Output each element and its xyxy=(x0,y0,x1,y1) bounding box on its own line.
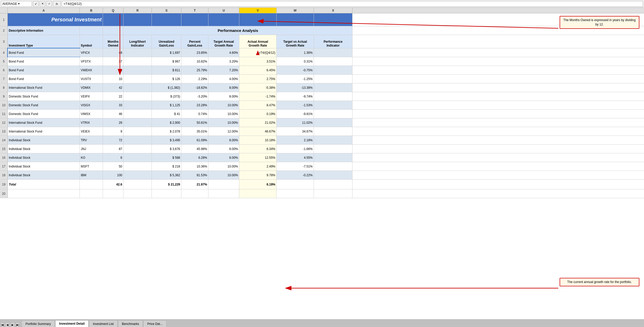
cell-X19[interactable] xyxy=(314,180,352,189)
cell-W18[interactable]: -0.22% xyxy=(277,171,314,179)
cell-V15[interactable]: 6.34% xyxy=(239,145,277,153)
cell-R10[interactable] xyxy=(123,101,152,109)
cell-R16[interactable] xyxy=(123,153,152,162)
cell-Q15[interactable]: 87 xyxy=(103,145,123,153)
cell[interactable] xyxy=(239,13,277,26)
cell-W8[interactable]: -13.38% xyxy=(277,83,314,92)
cell-V11[interactable]: 0.19% xyxy=(239,110,277,118)
cell-X18[interactable] xyxy=(314,171,352,179)
cell-T13[interactable]: 35.01% xyxy=(181,127,208,136)
cell-B11[interactable]: VIMSX xyxy=(80,110,103,118)
cell-A9[interactable]: Domestic Stock Fund xyxy=(8,92,80,101)
cell-V14[interactable]: 10.18% xyxy=(239,136,277,144)
cell-A4[interactable]: Bond Fund xyxy=(8,48,80,57)
cell-A14[interactable]: Individual Stock xyxy=(8,136,80,144)
cell-S7[interactable]: $ 126 xyxy=(152,75,181,83)
cell-U18[interactable]: 10.00% xyxy=(208,171,239,179)
cell-X11[interactable] xyxy=(314,110,352,118)
cancel-btn[interactable]: ✕ xyxy=(40,1,45,7)
cell-U13[interactable]: 12.00% xyxy=(208,127,239,136)
cell-U8[interactable]: 8.00% xyxy=(208,83,239,92)
cell-R14[interactable] xyxy=(123,136,152,144)
fx-btn[interactable]: fx xyxy=(53,1,61,7)
cell-R5[interactable] xyxy=(123,57,152,66)
cell-B19[interactable] xyxy=(80,180,103,189)
cell-T11[interactable]: 0.74% xyxy=(181,110,208,118)
cell-X5[interactable] xyxy=(314,57,352,66)
tab-last-btn[interactable]: ▶| xyxy=(15,322,20,327)
cell-B20[interactable] xyxy=(80,189,103,198)
formula-input[interactable]: =T4/(Q4/12) xyxy=(62,1,643,7)
cell-A7[interactable]: Bond Fund xyxy=(8,75,80,83)
cell-S16[interactable]: $ 588 xyxy=(152,153,181,162)
cell[interactable] xyxy=(277,13,314,26)
cell-S17[interactable]: $ 218 xyxy=(152,162,181,171)
cell-Q6[interactable]: 48 xyxy=(103,66,123,74)
cell-Q13[interactable]: 9 xyxy=(103,127,123,136)
cell-U17[interactable]: 10.00% xyxy=(208,162,239,171)
cell-A12[interactable]: International Stock Fund xyxy=(8,118,80,127)
cell[interactable] xyxy=(123,13,152,26)
cell-V8[interactable]: -5.38% xyxy=(239,83,277,92)
cell-T20[interactable] xyxy=(181,189,208,198)
cell[interactable] xyxy=(152,13,181,26)
cell-X13[interactable] xyxy=(314,127,352,136)
col-header-[interactable] xyxy=(0,8,8,13)
cell-U4[interactable]: 4.60% xyxy=(208,48,239,57)
cell-V13[interactable]: 46.67% xyxy=(239,127,277,136)
cell-W19[interactable] xyxy=(277,180,314,189)
cell-T5[interactable]: 10.82% xyxy=(181,57,208,66)
cell-T9[interactable]: -3.20% xyxy=(181,92,208,101)
cell-R12[interactable] xyxy=(123,118,152,127)
name-box[interactable]: AVERAGE ▼ xyxy=(1,1,32,7)
col-header-V[interactable]: V xyxy=(239,8,277,13)
col-header-X[interactable]: X xyxy=(314,8,352,13)
cell-U11[interactable]: 10.00% xyxy=(208,110,239,118)
cell-T18[interactable]: 81.53% xyxy=(181,171,208,179)
cell-T15[interactable]: 45.98% xyxy=(181,145,208,153)
cell-R8[interactable] xyxy=(123,83,152,92)
cell-X17[interactable] xyxy=(314,162,352,171)
cell-B8[interactable]: VDMIX xyxy=(80,83,103,92)
cell-R4[interactable] xyxy=(123,48,152,57)
tab-investment-list[interactable]: Investment List xyxy=(89,320,118,327)
cell-W7[interactable]: -1.25% xyxy=(277,75,314,83)
cell-S12[interactable]: $ 2,900 xyxy=(152,118,181,127)
cell-U19[interactable] xyxy=(208,180,239,189)
cell-X14[interactable] xyxy=(314,136,352,144)
cell[interactable] xyxy=(208,13,239,26)
tab-first-btn[interactable]: |◀ xyxy=(0,322,5,327)
cell-X10[interactable] xyxy=(314,101,352,109)
cell-A20[interactable] xyxy=(8,189,80,198)
cell-V19[interactable]: 6.19% xyxy=(239,180,277,189)
confirm-btn[interactable]: ✓ xyxy=(46,1,52,7)
cell-U14[interactable]: 8.00% xyxy=(208,136,239,144)
cell-Q4[interactable]: 48 xyxy=(103,48,123,57)
col-header-R[interactable]: R xyxy=(123,8,152,13)
cell-S20[interactable] xyxy=(152,189,181,198)
cell-Q14[interactable]: 72 xyxy=(103,136,123,144)
cell-R17[interactable] xyxy=(123,162,152,171)
cell-A19[interactable]: Total xyxy=(8,180,80,189)
cell-W5[interactable]: 0.31% xyxy=(277,57,314,66)
cell-Q8[interactable]: 42 xyxy=(103,83,123,92)
cell-Q16[interactable]: 6 xyxy=(103,153,123,162)
cell-S5[interactable]: $ 867 xyxy=(152,57,181,66)
cell-U15[interactable]: 8.00% xyxy=(208,145,239,153)
cell-b2[interactable] xyxy=(80,26,103,35)
cell-W12[interactable]: 11.02% xyxy=(277,118,314,127)
cell-V10[interactable]: 8.47% xyxy=(239,101,277,109)
cell-Q17[interactable]: 50 xyxy=(103,162,123,171)
cell-V17[interactable]: 2.49% xyxy=(239,162,277,171)
cell-S13[interactable]: $ 2,078 xyxy=(152,127,181,136)
cell-U7[interactable]: 4.00% xyxy=(208,75,239,83)
cell-S6[interactable]: $ 811 xyxy=(152,66,181,74)
tab-prev-btn[interactable]: ◀ xyxy=(5,322,10,327)
cell-B14[interactable]: TRV xyxy=(80,136,103,144)
cell-Q10[interactable]: 33 xyxy=(103,101,123,109)
cell-T12[interactable]: 50.81% xyxy=(181,118,208,127)
cell-W11[interactable]: -9.81% xyxy=(277,110,314,118)
col-header-S[interactable]: S xyxy=(152,8,181,13)
cell-T17[interactable]: 10.36% xyxy=(181,162,208,171)
cell-B5[interactable]: VFSTX xyxy=(80,57,103,66)
